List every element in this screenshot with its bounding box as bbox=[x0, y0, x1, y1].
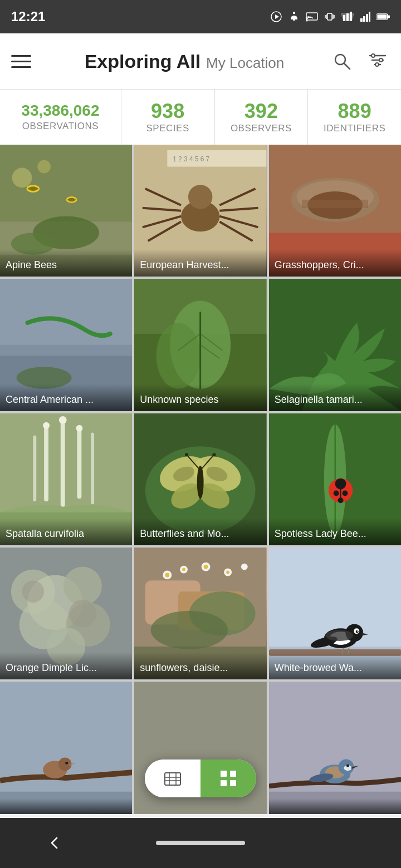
battery-icon bbox=[376, 10, 390, 23]
grid-icon bbox=[218, 768, 238, 788]
page-title-main: Exploring All bbox=[85, 51, 200, 72]
observers-label: OBSERVERS bbox=[231, 123, 292, 134]
map-icon bbox=[163, 768, 183, 788]
species-grid: Apine Bees 1 2 3 4 5 6 7 European Harves… bbox=[0, 145, 401, 814]
wagtail-label: White-browed Wa... bbox=[269, 652, 401, 679]
grasshopper-label: Grasshoppers, Cri... bbox=[269, 249, 401, 277]
bird1-label bbox=[0, 798, 132, 814]
svg-point-98 bbox=[342, 490, 348, 496]
svg-text:1  2  3  4  5  6  7: 1 2 3 4 5 6 7 bbox=[173, 155, 210, 163]
home-pill[interactable] bbox=[156, 841, 245, 845]
grid-item-bird2[interactable] bbox=[269, 682, 401, 813]
observations-count: 33,386,062 bbox=[21, 102, 99, 120]
observers-count: 392 bbox=[244, 100, 278, 122]
svg-rect-14 bbox=[366, 14, 368, 22]
grid-item-spatalla[interactable]: Spatalla curvifolia bbox=[0, 413, 132, 545]
svg-point-136 bbox=[326, 630, 353, 641]
grid-item-lichen[interactable]: Orange Dimple Lic... bbox=[0, 548, 132, 679]
grid-item-unknown[interactable]: Unknown species bbox=[134, 279, 266, 411]
bird2-image bbox=[269, 682, 401, 813]
svg-point-62 bbox=[157, 323, 200, 389]
svg-rect-56 bbox=[0, 279, 132, 345]
stat-identifiers: 889 IDENTIFIERS bbox=[308, 90, 401, 145]
grid-item-spider[interactable]: 1 2 3 4 5 6 7 European Harvest... bbox=[134, 145, 266, 277]
back-icon bbox=[46, 835, 63, 851]
svg-rect-10 bbox=[346, 13, 349, 21]
hamburger-line-1 bbox=[11, 55, 31, 57]
svg-point-115 bbox=[165, 573, 170, 577]
svg-point-75 bbox=[43, 422, 50, 428]
filter-button[interactable] bbox=[365, 49, 390, 73]
cast-icon bbox=[305, 10, 319, 23]
svg-point-87 bbox=[197, 466, 204, 499]
species-label: SPECIES bbox=[146, 123, 189, 134]
grid-item-grasshopper[interactable]: Grasshoppers, Cri... bbox=[269, 145, 401, 277]
search-button[interactable] bbox=[330, 49, 354, 73]
map-view-button[interactable] bbox=[145, 760, 200, 797]
svg-rect-12 bbox=[360, 18, 363, 22]
grid-item-butterflies[interactable]: Butterflies and Mo... bbox=[134, 413, 266, 545]
svg-rect-72 bbox=[77, 427, 81, 499]
svg-point-110 bbox=[69, 600, 96, 627]
svg-rect-71 bbox=[61, 419, 65, 507]
svg-rect-18 bbox=[388, 15, 390, 18]
grid-view-button[interactable] bbox=[200, 760, 256, 797]
back-button[interactable] bbox=[46, 835, 63, 851]
grid-item-selaginella[interactable]: Selaginella tamari... bbox=[269, 279, 401, 411]
svg-rect-11 bbox=[350, 12, 352, 21]
svg-point-77 bbox=[76, 425, 82, 431]
svg-rect-146 bbox=[165, 773, 180, 785]
species-count: 938 bbox=[151, 100, 184, 122]
status-time: 12:21 bbox=[11, 9, 45, 24]
grid-item-sunflowers[interactable]: sunflowers, daisie... bbox=[134, 548, 266, 679]
wifi-icon bbox=[341, 10, 354, 23]
vibrate-icon bbox=[323, 10, 336, 23]
ladybee-label: Spotless Lady Bee... bbox=[269, 518, 401, 545]
identifiers-label: IDENTIFIERS bbox=[324, 123, 385, 134]
svg-point-29 bbox=[12, 168, 32, 188]
svg-point-97 bbox=[333, 490, 339, 496]
sunflowers-label: sunflowers, daisie... bbox=[134, 652, 266, 679]
svg-point-124 bbox=[151, 611, 228, 649]
svg-point-30 bbox=[37, 160, 51, 174]
unknown-label: Unknown species bbox=[134, 384, 266, 411]
svg-rect-54 bbox=[302, 200, 368, 208]
svg-point-91 bbox=[213, 453, 216, 456]
svg-point-109 bbox=[22, 580, 45, 603]
svg-point-157 bbox=[346, 765, 349, 767]
search-icon bbox=[332, 51, 352, 71]
centam-label: Central American ... bbox=[0, 384, 132, 411]
svg-rect-150 bbox=[230, 780, 236, 786]
svg-rect-9 bbox=[343, 15, 345, 21]
grid-item-wagtail[interactable]: White-browed Wa... bbox=[269, 548, 401, 679]
svg-point-105 bbox=[63, 567, 102, 605]
stats-row: 33,386,062 OBSERVATIONS 938 SPECIES 392 … bbox=[0, 89, 401, 145]
spatalla-label: Spatalla curvifolia bbox=[0, 518, 132, 545]
view-toggle-container bbox=[145, 760, 256, 797]
grid-item-ladybee[interactable]: Spotless Lady Bee... bbox=[269, 413, 401, 545]
filter-icon bbox=[368, 51, 388, 71]
svg-rect-74 bbox=[91, 432, 94, 504]
svg-rect-4 bbox=[293, 19, 295, 21]
svg-point-25 bbox=[379, 58, 383, 62]
hamburger-button[interactable] bbox=[11, 47, 39, 75]
svg-point-121 bbox=[226, 571, 229, 574]
grid-item-center[interactable] bbox=[134, 682, 266, 813]
top-nav-bar: Exploring All My Location bbox=[0, 33, 401, 89]
svg-point-134 bbox=[357, 630, 358, 632]
hamburger-line-2 bbox=[11, 61, 31, 62]
status-bar: 12:21 bbox=[0, 0, 401, 33]
svg-point-26 bbox=[375, 63, 379, 66]
grid-item-bird1[interactable] bbox=[0, 682, 132, 813]
page-title-sub: My Location bbox=[206, 55, 284, 72]
svg-rect-15 bbox=[369, 12, 370, 22]
identifiers-count: 889 bbox=[338, 100, 371, 122]
svg-rect-7 bbox=[327, 13, 332, 20]
hamburger-line-3 bbox=[11, 66, 31, 68]
svg-point-6 bbox=[306, 20, 308, 22]
svg-line-20 bbox=[344, 63, 350, 69]
grid-item-bees[interactable]: Apine Bees bbox=[0, 145, 132, 277]
svg-point-122 bbox=[241, 564, 248, 570]
grid-item-centam[interactable]: Central American ... bbox=[0, 279, 132, 411]
cellular-icon bbox=[359, 10, 372, 23]
